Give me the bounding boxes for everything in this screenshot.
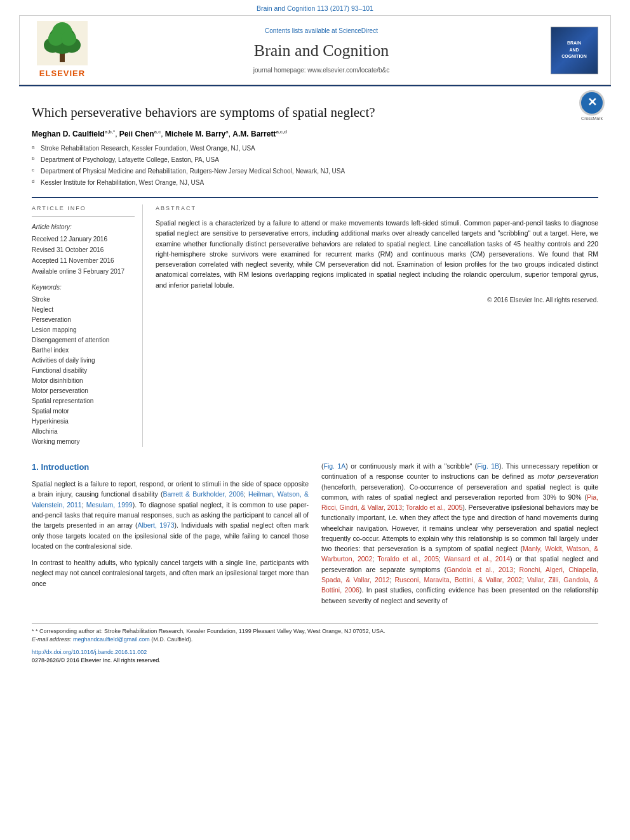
doi-link[interactable]: http://dx.doi.org/10.1016/j.bandc.2016.1… [32, 648, 598, 657]
cite-fig1b[interactable]: Fig. 1B [477, 462, 499, 470]
author3-sup: a [225, 129, 228, 135]
footnote-section: * * Corresponding author at: Stroke Reha… [32, 623, 598, 644]
email-line: E-mail address: meghandcaulfield@gmail.c… [32, 636, 598, 644]
cite-gandola-2013[interactable]: Gandola et al., 2013 [446, 566, 513, 573]
affiliations: a Stroke Rehabilitation Research, Kessle… [32, 143, 598, 188]
affil-b-text: Department of Psychology, Lafayette Coll… [41, 155, 219, 165]
journal-volume-info: Brain and Cognition 113 (2017) 93–101 [257, 4, 373, 12]
history-received: Received 12 January 2016 [32, 234, 135, 244]
main-content: Which perseverative behaviors are sympto… [0, 86, 630, 618]
author1-sup: a,b,* [105, 129, 115, 135]
cite-mesulam-1999[interactable]: Mesulam, 1999 [86, 501, 133, 509]
science-direct-text[interactable]: Contents lists available at ScienceDirec… [107, 26, 536, 36]
intro-section-title: Introduction [41, 462, 89, 472]
journal-header: ELSEVIER Contents lists available at Sci… [19, 15, 611, 86]
cite-rusconi-2002[interactable]: Rusconi, Maravita, Bottini, & Vallar, 20… [394, 576, 521, 583]
intro-section: 1. Introduction Spatial neglect is a fai… [32, 461, 598, 612]
cite-wansard-2014[interactable]: Wansard et al., 2014 [444, 555, 510, 563]
svg-rect-1 [60, 53, 65, 62]
brain-cognition-logo-area: BRAIN AND COGNITION [546, 27, 603, 74]
email-label: E-mail address: [32, 636, 72, 643]
keyword-barthel: Barthel index [32, 345, 135, 355]
affil-c-text: Department of Physical Medicine and Reha… [41, 166, 345, 177]
abstract-body: Spatial neglect is a characterized by a … [156, 219, 598, 289]
author2-sup: a,c [154, 129, 161, 135]
keyword-allochiria: Allochiria [32, 427, 135, 436]
copyright-line: © 2016 Elsevier Inc. All rights reserved… [156, 295, 598, 305]
affil-b: b Department of Psychology, Lafayette Co… [32, 155, 598, 165]
corresponding-author-note: * Corresponding author at: Stroke Rehabi… [36, 628, 385, 634]
svg-point-7 [61, 32, 76, 46]
affil-a-text: Stroke Rehabilitation Research, Kessler … [41, 143, 255, 154]
intro-para1: Spatial neglect is a failure to report, … [32, 479, 309, 551]
affil-d-text: Kessler Institute for Rehabilitation, We… [41, 178, 204, 188]
keyword-perseveration: Perseveration [32, 315, 135, 324]
article-title: Which perseverative behaviors are sympto… [32, 104, 598, 121]
author4-sup: a,c,d [276, 129, 286, 135]
affil-b-sup: b [32, 155, 41, 165]
keyword-motor-disinhibition: Motor disinhibition [32, 376, 135, 385]
intro-right-col: (Fig. 1A) or continuously mark it with a… [321, 461, 598, 612]
affil-c: c Department of Physical Medicine and Re… [32, 166, 598, 177]
journal-homepage: journal homepage: www.elsevier.com/locat… [107, 65, 536, 75]
crossmark-badge[interactable]: ✕ [579, 90, 605, 116]
cite-toraldo-2005[interactable]: Toraldo et al., 2005 [406, 503, 462, 511]
brain-cog-logo-line3: COGNITION [561, 53, 587, 60]
affil-a: a Stroke Rehabilitation Research, Kessle… [32, 143, 598, 154]
cite-fig1a[interactable]: Fig. 1A [324, 462, 346, 470]
abstract-label: ABSTRACT [156, 204, 598, 213]
elsevier-wordmark: ELSEVIER [39, 67, 85, 80]
keyword-lesion-mapping: Lesion mapping [32, 325, 135, 335]
elsevier-logo-area: ELSEVIER [27, 21, 97, 80]
keyword-spatial-motor: Spatial motor [32, 406, 135, 416]
journal-title: Brain and Cognition [107, 38, 536, 63]
keyword-adl: Activities of daily living [32, 356, 135, 365]
history-title: Article history: [32, 222, 135, 232]
keyword-stroke: Stroke [32, 295, 135, 304]
authors-line: Meghan D. Caulfielda,b,*, Peii Chena,c, … [32, 128, 598, 140]
journal-info-top: Brain and Cognition 113 (2017) 93–101 [0, 0, 630, 15]
affil-a-sup: a [32, 143, 41, 154]
elsevier-tree-icon [37, 21, 88, 65]
intro-section-number: 1. [32, 462, 39, 472]
history-accepted: Accepted 11 November 2016 [32, 256, 135, 265]
journal-header-center: Contents lists available at ScienceDirec… [97, 26, 546, 75]
keyword-spatial-representation: Spatial representation [32, 396, 135, 406]
crossmark-area: ✕ CrossMark [579, 90, 605, 123]
abstract-text: Spatial neglect is a characterized by a … [156, 218, 598, 290]
keyword-hyperkinesia: Hyperkinesia [32, 417, 135, 426]
keyword-functional-disability: Functional disability [32, 366, 135, 375]
cite-toraldo-2005b[interactable]: Toraldo et al., 2005 [377, 555, 439, 563]
brain-cog-logo-line1: BRAIN [567, 40, 581, 47]
cite-barrett-2006[interactable]: Barrett & Burkholder, 2006 [163, 490, 244, 498]
history-revised: Revised 31 October 2016 [32, 245, 135, 255]
keywords-title: Keywords: [32, 283, 135, 292]
article-info-label: ARTICLE INFO [32, 204, 135, 213]
email-suffix: (M.D. Caulfield). [151, 636, 192, 643]
science-direct-link[interactable]: ScienceDirect [338, 27, 378, 34]
term-motor-perseveration: motor perseveration [538, 472, 598, 480]
author3-name: Michele M. Barry [165, 130, 225, 138]
intro-right-para1: (Fig. 1A) or continuously mark it with a… [321, 461, 598, 606]
keyword-disengagement: Disengagement of attention [32, 335, 135, 345]
author2-name: Peii Chen [119, 130, 154, 138]
intro-heading: 1. Introduction [32, 461, 309, 474]
keyword-neglect: Neglect [32, 305, 135, 314]
page-container: Brain and Cognition 113 (2017) 93–101 EL… [0, 0, 630, 840]
cite-albert-1973[interactable]: Albert, 1973 [138, 521, 175, 529]
brain-cognition-logo: BRAIN AND COGNITION [551, 27, 598, 74]
crossmark-icon: ✕ [587, 94, 597, 111]
author1-name: Meghan D. Caulfield [32, 130, 105, 138]
doi-section: http://dx.doi.org/10.1016/j.bandc.2016.1… [0, 644, 630, 667]
email-address[interactable]: meghandcaulfield@gmail.com [73, 636, 150, 643]
keyword-motor-perseveration: Motor perseveration [32, 386, 135, 396]
affil-d-sup: d [32, 178, 41, 188]
footnote-star: * * Corresponding author at: Stroke Reha… [32, 627, 598, 636]
affil-d: d Kessler Institute for Rehabilitation, … [32, 178, 598, 188]
star-symbol: * [32, 628, 34, 634]
intro-left-col: 1. Introduction Spatial neglect is a fai… [32, 461, 309, 612]
keyword-working-memory: Working memory [32, 437, 135, 446]
brain-cog-logo-line2: AND [569, 47, 579, 54]
crossmark-label: CrossMark [579, 116, 605, 123]
intro-para2: In contrast to healthy adults, who typic… [32, 557, 309, 589]
